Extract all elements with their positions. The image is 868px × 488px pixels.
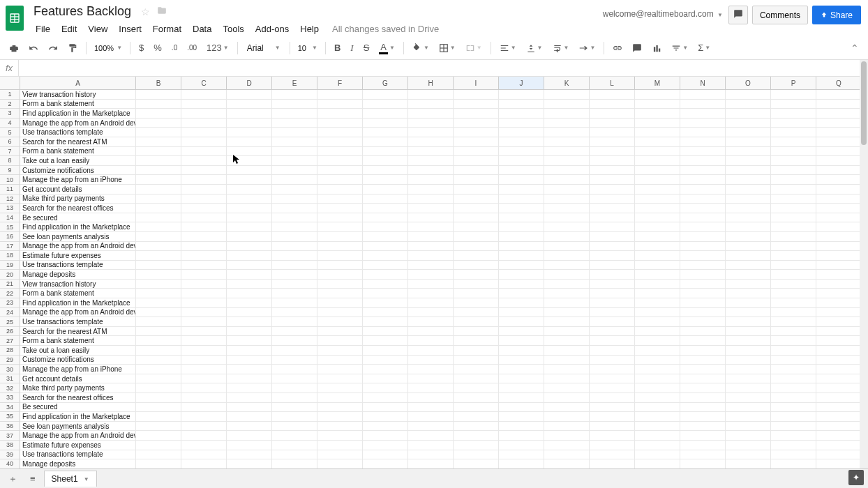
cell[interactable] [363, 90, 408, 100]
cell[interactable] [227, 222, 272, 232]
share-button[interactable]: Share [812, 6, 861, 24]
cell[interactable] [363, 356, 408, 365]
cell[interactable] [499, 222, 544, 232]
cell[interactable] [408, 365, 454, 374]
cell[interactable] [363, 298, 408, 308]
cell[interactable] [454, 119, 499, 128]
cell[interactable] [590, 280, 635, 289]
cell[interactable] [272, 459, 317, 469]
cell[interactable] [680, 90, 726, 100]
cell[interactable] [181, 242, 227, 252]
cell[interactable] [726, 403, 771, 413]
cell[interactable] [272, 147, 317, 157]
cell[interactable] [680, 431, 726, 441]
menu-file[interactable]: File [31, 22, 55, 36]
cell[interactable] [363, 222, 408, 232]
cell[interactable] [771, 289, 816, 298]
cell[interactable] [680, 317, 726, 327]
cell[interactable] [408, 308, 454, 318]
format-percent[interactable]: % [150, 40, 165, 55]
cell[interactable] [680, 422, 726, 432]
cell[interactable] [635, 261, 680, 270]
cell[interactable] [499, 175, 544, 185]
cell[interactable] [363, 431, 408, 441]
cell[interactable] [136, 242, 181, 252]
cell[interactable] [544, 213, 590, 223]
cell[interactable] [680, 128, 726, 137]
cell[interactable] [816, 251, 862, 261]
cell[interactable] [454, 317, 499, 327]
cell[interactable] [181, 204, 227, 213]
cell[interactable] [454, 156, 499, 166]
cell[interactable] [272, 308, 317, 318]
cell[interactable] [317, 308, 363, 318]
cell[interactable] [771, 261, 816, 270]
cell[interactable] [590, 270, 635, 280]
cell[interactable]: Manage the app from an iPhone [20, 365, 136, 374]
cell[interactable] [816, 109, 862, 119]
cell[interactable] [272, 336, 317, 346]
cell[interactable]: Find application in the Marketplace [20, 222, 136, 232]
formula-input[interactable] [19, 60, 868, 76]
cell[interactable] [544, 137, 590, 147]
cell[interactable] [680, 100, 726, 109]
cell[interactable] [544, 251, 590, 261]
cell[interactable] [499, 441, 544, 450]
cell[interactable] [408, 137, 454, 147]
cell[interactable] [635, 147, 680, 157]
col-header-L[interactable]: L [590, 77, 635, 89]
cell[interactable] [227, 137, 272, 147]
row-header[interactable]: 36 [0, 422, 20, 432]
cell[interactable] [408, 270, 454, 280]
cell[interactable] [317, 137, 363, 147]
cell[interactable] [181, 308, 227, 318]
sheet-tab-active[interactable]: Sheet1▼ [44, 471, 97, 487]
cell[interactable] [499, 298, 544, 308]
cell[interactable] [363, 204, 408, 213]
cell[interactable] [680, 175, 726, 185]
row-header[interactable]: 16 [0, 232, 20, 242]
cell[interactable] [726, 336, 771, 346]
cell[interactable] [227, 327, 272, 337]
h-align-icon[interactable]: ▼ [496, 41, 520, 55]
cell[interactable] [680, 412, 726, 422]
cell[interactable] [363, 346, 408, 356]
cell[interactable] [408, 431, 454, 441]
row-header[interactable]: 26 [0, 327, 20, 337]
cell[interactable] [726, 195, 771, 204]
cell[interactable] [680, 270, 726, 280]
cell[interactable] [499, 128, 544, 137]
cell[interactable] [590, 109, 635, 119]
cell[interactable] [317, 336, 363, 346]
cell[interactable] [771, 422, 816, 432]
cell[interactable] [363, 128, 408, 137]
cell[interactable] [590, 393, 635, 403]
row-header[interactable]: 18 [0, 251, 20, 261]
cell[interactable] [590, 195, 635, 204]
row-header[interactable]: 6 [0, 137, 20, 147]
cell[interactable] [590, 374, 635, 384]
cell[interactable] [136, 289, 181, 298]
cell[interactable] [317, 365, 363, 374]
cell[interactable] [363, 166, 408, 176]
cell[interactable] [771, 308, 816, 318]
cell[interactable] [227, 242, 272, 252]
cell[interactable] [544, 374, 590, 384]
cell[interactable] [136, 298, 181, 308]
menu-view[interactable]: View [83, 22, 112, 36]
cell[interactable] [227, 374, 272, 384]
cell[interactable] [408, 356, 454, 365]
cell[interactable] [136, 147, 181, 157]
cell[interactable] [363, 403, 408, 413]
cell[interactable] [454, 90, 499, 100]
cell[interactable] [544, 280, 590, 289]
cell[interactable] [272, 175, 317, 185]
cell[interactable] [317, 459, 363, 469]
cell[interactable] [499, 100, 544, 109]
row-header[interactable]: 22 [0, 289, 20, 298]
row-header[interactable]: 15 [0, 222, 20, 232]
cell[interactable] [227, 213, 272, 223]
cell[interactable] [680, 459, 726, 469]
cell[interactable] [680, 327, 726, 337]
row-header[interactable]: 23 [0, 298, 20, 308]
